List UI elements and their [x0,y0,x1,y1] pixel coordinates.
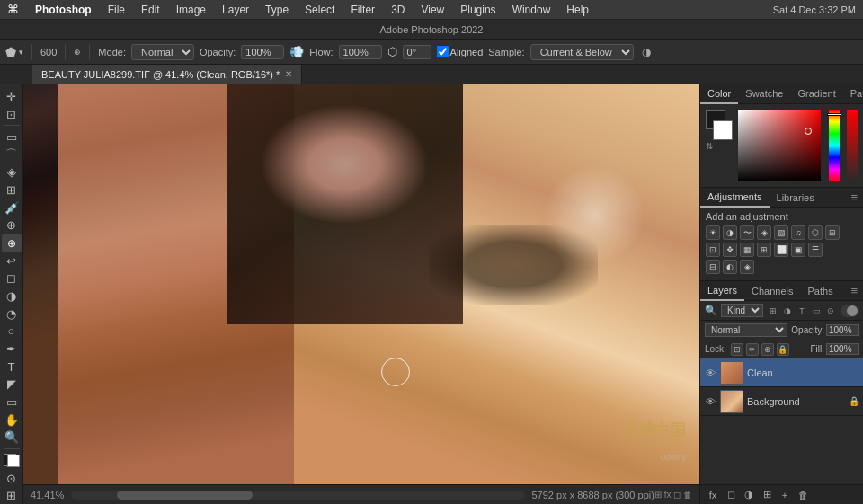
layer-clean[interactable]: 👁 Clean [700,358,863,387]
marquee-tool[interactable]: ▭ [2,128,22,146]
filter-type-icon[interactable]: T [796,305,808,317]
menu-filter[interactable]: Filter [343,2,382,18]
menu-edit[interactable]: Edit [134,2,167,18]
filter-shape-icon[interactable]: ▭ [810,305,823,317]
color-saturation-picker[interactable] [738,110,821,181]
layer-new-button[interactable]: + [778,488,792,502]
app-name[interactable]: Photoshop [28,2,99,18]
artboard-tool[interactable]: ⊡ [2,106,22,123]
clone-stamp-source[interactable]: ⊕ [74,48,81,57]
posterize-icon[interactable]: ⬜ [774,243,788,257]
clone-stamp-tool[interactable]: ⊕ [2,234,22,252]
horizontal-scrollbar[interactable] [71,491,524,500]
move-tool[interactable]: ✛ [2,88,22,105]
lock-all-icon[interactable]: 🔒 [777,343,789,356]
flow-input[interactable] [339,45,382,59]
text-tool[interactable]: T [2,358,22,376]
path-selection-tool[interactable]: ◤ [2,376,22,393]
color-balance-icon[interactable]: ⬡ [808,225,823,240]
canvas-tab[interactable]: BEAUTY JULIA8299.TIF @ 41.4% (Clean, RGB… [32,65,302,84]
menu-layer[interactable]: Layer [215,2,256,18]
layer-group-button[interactable]: ⊞ [760,488,774,502]
brightness-contrast-icon[interactable]: ☀ [706,225,720,240]
apple-menu[interactable]: ⌘ [7,3,19,16]
object-select-tool[interactable]: ◈ [2,164,22,181]
menu-type[interactable]: Type [258,2,296,18]
lock-pixels-icon[interactable]: ⊡ [731,343,743,356]
color-tab[interactable]: Color [700,84,738,104]
quick-mask-toggle[interactable]: ⊙ [2,470,22,487]
shape-tool[interactable]: ▭ [2,393,22,411]
layer-bg-visibility[interactable]: 👁 [704,395,716,408]
layers-tab[interactable]: Layers [700,281,744,301]
layer-clean-visibility[interactable]: 👁 [704,367,716,379]
shadows-highlights-icon[interactable]: ◐ [723,260,737,274]
healing-tool[interactable]: ⊕ [2,217,22,234]
gradient-map-icon[interactable]: ☰ [808,243,823,257]
dodge-tool[interactable]: ○ [2,323,22,340]
eraser-tool[interactable]: ◻ [2,270,22,287]
layer-delete-button[interactable]: 🗑 [796,488,810,502]
filter-kind-select[interactable]: Kind [721,304,763,317]
lock-artboard-icon[interactable]: ⊕ [761,343,774,356]
menu-window[interactable]: Window [505,2,558,18]
paths-tab[interactable]: Paths [801,281,841,301]
aligned-checkbox-area[interactable]: Aligned [437,46,484,57]
levels-icon[interactable]: ◑ [723,225,737,240]
blur-tool[interactable]: ◔ [2,305,22,323]
threshold-icon[interactable]: ▣ [791,243,805,257]
gradient-tab[interactable]: Gradient [791,84,843,104]
layer-adjustment-button[interactable]: ◑ [742,488,756,502]
crop-tool[interactable]: ⊞ [2,181,22,199]
filter-smart-icon[interactable]: ⊙ [824,305,837,317]
menu-image[interactable]: Image [169,2,213,18]
mode-select[interactable]: Normal [131,44,194,60]
zoom-tool[interactable]: 🔍 [2,429,22,447]
opacity-input[interactable] [241,45,284,59]
hand-tool[interactable]: ✋ [2,411,22,429]
screen-mode[interactable]: ⊞ [2,487,22,504]
hdr-toning-icon[interactable]: ◈ [740,260,754,274]
menu-help[interactable]: Help [559,2,596,18]
angle-input[interactable] [403,45,432,59]
adj-panel-menu[interactable]: ≡ [850,190,863,204]
layers-panel-menu[interactable]: ≡ [850,284,863,297]
layer-fx-button[interactable]: fx [706,488,720,502]
channel-mixer-icon[interactable]: ❖ [723,243,737,257]
foreground-color[interactable] [2,452,22,469]
hsl-icon[interactable]: ♫ [791,225,805,240]
blend-mode-select[interactable]: Normal [705,323,787,337]
alpha-slider[interactable] [847,110,858,181]
pen-tool[interactable]: ✒ [2,340,22,358]
layer-mask-button[interactable]: ◻ [724,488,738,502]
menu-view[interactable]: View [414,2,451,18]
exposure-icon[interactable]: ◈ [757,225,771,240]
patterns-tab[interactable]: Patterns [843,84,863,104]
lasso-tool[interactable]: ⌒ [2,146,22,164]
hue-slider[interactable] [829,110,840,181]
brush-preset[interactable]: ⬟ ▾ [5,45,23,59]
swap-colors-icon[interactable]: ⇅ [706,141,733,151]
selective-color-icon[interactable]: ⊟ [706,260,720,274]
aligned-checkbox[interactable] [437,46,449,57]
eyedropper-tool[interactable]: 💉 [2,199,22,217]
libraries-tab[interactable]: Libraries [770,188,822,208]
gradient-tool[interactable]: ◑ [2,287,22,305]
filter-adj-icon[interactable]: ◑ [781,305,794,317]
lock-position-icon[interactable]: ✏ [746,343,759,356]
filter-toggle[interactable] [841,305,859,317]
swatches-tab[interactable]: Swatche [738,84,790,104]
background-swatch[interactable] [713,120,733,140]
canvas-area[interactable]: 灵感中国 lingganchina.com Udemy 41.41% 5792 … [23,84,699,504]
invert-icon[interactable]: ⊞ [757,243,771,257]
sample-select[interactable]: Current & Below [530,44,634,60]
menu-3d[interactable]: 3D [384,2,412,18]
fill-input[interactable] [826,343,859,355]
vibrance-icon[interactable]: ▧ [774,225,788,240]
channels-tab[interactable]: Channels [744,281,800,301]
layer-background[interactable]: 👁 Background 🔒 [700,387,863,416]
menu-file[interactable]: File [101,2,132,18]
bw-icon[interactable]: ⊞ [825,225,840,240]
tab-close-icon[interactable]: ✕ [285,69,292,79]
menu-select[interactable]: Select [298,2,342,18]
